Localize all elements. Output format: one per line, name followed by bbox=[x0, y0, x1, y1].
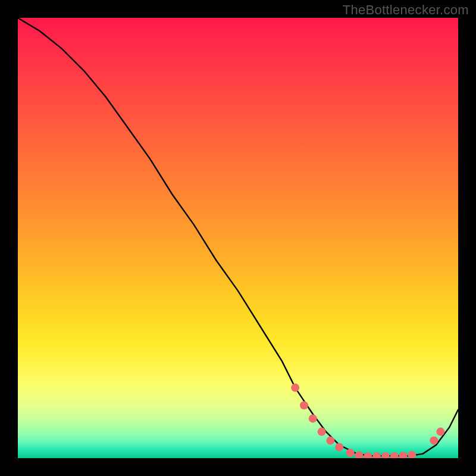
curve-markers bbox=[291, 384, 444, 458]
data-point-marker bbox=[346, 449, 355, 457]
data-point-marker bbox=[364, 452, 372, 458]
data-point-marker bbox=[291, 384, 299, 392]
data-point-marker bbox=[355, 452, 364, 458]
curve-line bbox=[18, 18, 458, 456]
data-point-marker bbox=[300, 401, 308, 409]
data-point-marker bbox=[436, 428, 444, 436]
plot-area bbox=[18, 18, 458, 458]
data-point-marker bbox=[335, 443, 343, 452]
data-point-marker bbox=[399, 452, 408, 458]
data-point-marker bbox=[326, 436, 334, 444]
data-point-marker bbox=[408, 451, 416, 458]
data-point-marker bbox=[430, 436, 438, 444]
data-point-marker bbox=[309, 414, 317, 422]
data-point-marker bbox=[318, 428, 326, 436]
data-point-marker bbox=[372, 452, 381, 458]
watermark-text: TheBottlenecker.com bbox=[343, 2, 469, 18]
chart-frame: TheBottlenecker.com bbox=[0, 0, 476, 476]
data-point-marker bbox=[390, 452, 399, 458]
data-point-marker bbox=[381, 452, 390, 458]
chart-svg bbox=[18, 18, 458, 458]
